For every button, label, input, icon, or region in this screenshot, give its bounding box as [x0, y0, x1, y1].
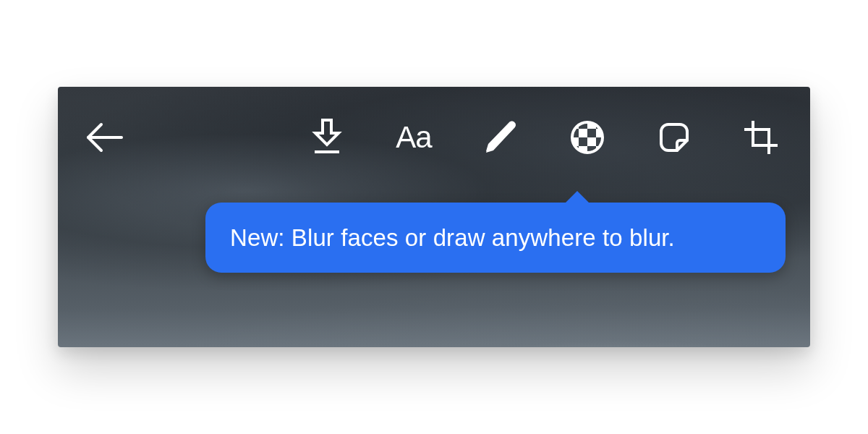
- tool-group: Aa: [307, 117, 786, 158]
- blur-tool[interactable]: [567, 117, 608, 158]
- svg-rect-8: [579, 137, 587, 146]
- editor-card: Aa: [58, 87, 810, 347]
- draw-tool[interactable]: [480, 117, 521, 158]
- tooltip-text: New: Blur faces or draw anywhere to blur…: [230, 224, 675, 251]
- crop-icon: [743, 119, 779, 156]
- editor-toolbar: Aa: [58, 87, 810, 188]
- save-tool[interactable]: [307, 117, 347, 158]
- back-arrow-icon: [84, 122, 124, 153]
- sticker-tool[interactable]: [654, 117, 694, 158]
- svg-rect-7: [587, 129, 596, 137]
- sticker-icon: [657, 120, 692, 155]
- text-icon: Aa: [396, 122, 431, 153]
- back-button[interactable]: [82, 116, 126, 159]
- blur-checker-icon: [570, 120, 605, 155]
- blur-feature-tooltip[interactable]: New: Blur faces or draw anywhere to blur…: [205, 203, 786, 273]
- text-tool[interactable]: Aa: [393, 117, 434, 158]
- pen-icon: [483, 120, 518, 155]
- download-icon: [310, 119, 344, 156]
- crop-tool[interactable]: [741, 117, 781, 158]
